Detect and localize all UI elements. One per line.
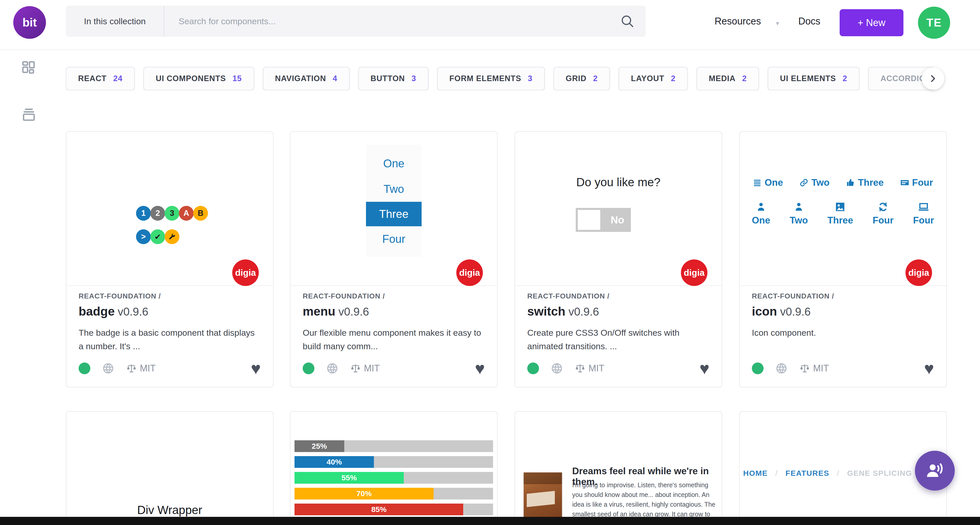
- chip-label: NAVIGATION: [275, 74, 326, 83]
- filter-chip-navigation[interactable]: NAVIGATION 4: [263, 67, 350, 90]
- license-scale-icon: [799, 363, 810, 374]
- filter-chip-ui-elements[interactable]: UI ELEMENTS 2: [768, 67, 859, 90]
- progress-fill-25: 25%: [294, 440, 344, 452]
- publisher-logo[interactable]: digia: [456, 259, 483, 286]
- component-card-badge[interactable]: 1 2 3 A B > ✔ digia R: [66, 132, 274, 387]
- switch-question: Do you like me?: [515, 175, 722, 189]
- filter-chip-media[interactable]: MEDIA 2: [697, 67, 759, 90]
- progress-bars: 25% 40% 55% 70% 85%: [294, 440, 493, 519]
- components-collection-page: bit In this collection Resources ▾ Docs …: [0, 0, 980, 525]
- component-scope: REACT-FOUNDATION /: [527, 292, 710, 300]
- icon-item: Three: [846, 177, 884, 188]
- build-status-icon: [527, 363, 539, 374]
- breadcrumb: HOME / FEATURES / GENE SPLICING / C: [743, 469, 936, 477]
- menu-item-three-selected[interactable]: Three: [366, 202, 422, 226]
- component-card-progress[interactable]: 25% 40% 55% 70% 85%: [290, 411, 498, 525]
- publisher-logo[interactable]: digia: [681, 259, 708, 286]
- favorite-heart-icon[interactable]: ♥: [700, 360, 710, 377]
- component-scope: REACT-FOUNDATION /: [79, 292, 261, 300]
- chip-count: 2: [671, 74, 676, 83]
- nav-resources[interactable]: Resources: [714, 16, 761, 27]
- favorite-heart-icon[interactable]: ♥: [475, 360, 485, 377]
- filter-chip-react[interactable]: REACT 24: [66, 67, 135, 90]
- media-object-preview: Dreams feel real while we're in them. I'…: [515, 412, 722, 525]
- chip-label: BUTTON: [371, 74, 405, 83]
- breadcrumb-separator: /: [775, 469, 778, 477]
- nav-docs[interactable]: Docs: [798, 16, 821, 27]
- person-icon: [794, 201, 804, 213]
- search-scope-label: In this collection: [84, 16, 146, 26]
- license-label: MIT: [589, 363, 605, 374]
- dashboard-icon[interactable]: [21, 59, 37, 75]
- chip-label: LAYOUT: [631, 74, 664, 83]
- badge-a: A: [179, 206, 194, 220]
- favorite-heart-icon[interactable]: ♥: [251, 360, 261, 377]
- badge-preview: 1 2 3 A B > ✔ digia: [66, 132, 273, 286]
- favorite-heart-icon[interactable]: ♥: [924, 360, 934, 377]
- refresh-icon: [878, 201, 888, 213]
- license-label: MIT: [813, 363, 829, 374]
- publisher-logo[interactable]: digia: [905, 259, 932, 286]
- new-button[interactable]: + New: [840, 9, 904, 36]
- component-card-icon[interactable]: One Two Three Four: [739, 132, 947, 387]
- progress-track: 70%: [294, 488, 493, 500]
- component-name: menu: [303, 305, 335, 318]
- component-name: badge: [79, 305, 115, 318]
- component-card-switch[interactable]: Do you like me? No digia REACT-FOUNDATIO…: [514, 132, 722, 387]
- breadcrumb-features[interactable]: FEATURES: [786, 469, 829, 477]
- avatar[interactable]: TE: [918, 6, 950, 39]
- switch-toggle[interactable]: No: [576, 208, 631, 232]
- component-description: Our flexible menu component makes it eas…: [303, 326, 485, 353]
- card-meta: REACT-FOUNDATION / iconv0.9.6 Icon compo…: [752, 292, 934, 339]
- person-voice-icon: [924, 460, 945, 481]
- filter-chip-layout[interactable]: LAYOUT 2: [619, 67, 688, 90]
- component-card-media-object[interactable]: Dreams feel real while we're in them. I'…: [514, 411, 722, 525]
- license-scale-icon: [350, 363, 361, 374]
- globe-icon: [102, 362, 115, 374]
- chip-label: REACT: [78, 74, 107, 83]
- filter-chip-grid[interactable]: GRID 2: [554, 67, 610, 90]
- progress-fill-55: 55%: [294, 472, 404, 484]
- component-card-menu[interactable]: One Two Three Four digia REACT-FOUNDATIO…: [290, 132, 498, 387]
- component-version: v0.9.6: [780, 305, 811, 318]
- chip-count: 2: [742, 74, 747, 83]
- component-card-wrapper[interactable]: Div Wrapper Span Wrapper: [66, 411, 274, 525]
- badge-b: B: [193, 206, 208, 220]
- build-status-icon: [303, 363, 314, 374]
- component-version: v0.9.6: [568, 305, 599, 318]
- menu-item-four[interactable]: Four: [366, 226, 422, 252]
- chip-count: 2: [593, 74, 598, 83]
- badge-2: 2: [150, 206, 165, 220]
- filter-chip-button[interactable]: BUTTON 3: [358, 67, 428, 90]
- search-icon[interactable]: [620, 14, 635, 28]
- thumbnail-image: [524, 473, 562, 519]
- search-scope-dropdown[interactable]: In this collection: [66, 6, 164, 37]
- card-meta: REACT-FOUNDATION / badgev0.9.6 The badge…: [79, 292, 261, 353]
- breadcrumb-home[interactable]: HOME: [743, 469, 768, 477]
- chip-label: GRID: [566, 74, 587, 83]
- component-description: Create pure CSS3 On/Off switches with an…: [527, 326, 710, 353]
- filter-chip-ui-components[interactable]: UI COMPONENTS 15: [143, 67, 254, 90]
- license-scale-icon: [126, 363, 137, 374]
- menu-item-one[interactable]: One: [366, 151, 422, 176]
- breadcrumb-gene-splicing: GENE SPLICING: [847, 469, 912, 477]
- feedback-fab-button[interactable]: [915, 451, 955, 490]
- license-scale-icon: [575, 363, 585, 374]
- globe-icon: [775, 362, 788, 374]
- collections-icon[interactable]: [21, 106, 37, 122]
- bottom-bar: [0, 517, 980, 525]
- globe-icon: [551, 362, 563, 374]
- publisher-logo[interactable]: digia: [232, 259, 259, 286]
- chip-label: MEDIA: [709, 74, 735, 83]
- filter-chip-form-elements[interactable]: FORM ELEMENTS 3: [437, 67, 545, 90]
- chips-scroll-next-button[interactable]: [922, 67, 944, 90]
- switch-state-label: No: [611, 208, 624, 232]
- menu-item-two[interactable]: Two: [366, 176, 422, 202]
- switch-preview: Do you like me? No digia: [515, 132, 722, 286]
- bit-logo[interactable]: bit: [13, 6, 46, 39]
- search-input[interactable]: [164, 6, 646, 37]
- license: MIT: [350, 363, 380, 374]
- badge-3: 3: [165, 206, 180, 220]
- person-icon: [756, 201, 766, 213]
- badge-examples: 1 2 3 A B > ✔: [136, 206, 207, 244]
